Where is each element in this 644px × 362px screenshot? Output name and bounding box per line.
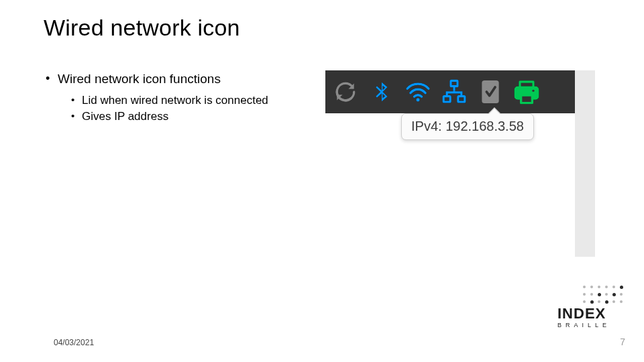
bullet-level1: Wired network icon functions	[46, 70, 268, 88]
logo-braille-dots	[582, 284, 624, 304]
svg-point-0	[416, 98, 419, 101]
checkmark-icon[interactable]	[477, 78, 504, 105]
logo-subtext: BRAILLE	[557, 322, 624, 328]
content-bullets: Wired network icon functions Lid when wi…	[46, 70, 268, 125]
bluetooth-icon[interactable]	[368, 78, 395, 105]
ethernet-icon[interactable]	[441, 78, 468, 105]
system-tray	[325, 70, 575, 113]
svg-rect-2	[443, 97, 450, 102]
bullet-text: Lid when wired network is connected	[82, 94, 268, 107]
brand-logo: INDEX BRAILLE	[557, 284, 624, 328]
svg-rect-6	[521, 95, 533, 103]
ip-tooltip: IPv4: 192.168.3.58	[401, 113, 534, 140]
printer-icon[interactable]	[513, 78, 540, 105]
svg-rect-4	[482, 80, 499, 103]
bullet-text: Gives IP address	[82, 110, 168, 123]
tooltip-text: IPv4: 192.168.3.58	[411, 119, 524, 133]
logo-wordmark: INDEX	[557, 307, 624, 320]
footer-date: 04/03/2021	[54, 338, 94, 347]
bullet-level2: Lid when wired network is connected	[71, 93, 268, 109]
svg-rect-3	[458, 97, 465, 102]
bullet-level2: Gives IP address	[71, 109, 268, 125]
figure-tray-tooltip: IPv4: 192.168.3.58	[325, 70, 595, 144]
scrollbar-track	[575, 70, 595, 257]
svg-point-7	[532, 90, 534, 92]
bullet-text: Wired network icon functions	[58, 72, 221, 86]
page-title: Wired network icon	[44, 15, 240, 41]
refresh-icon[interactable]	[332, 78, 359, 105]
footer-page-number: 7	[620, 337, 625, 347]
svg-rect-1	[451, 80, 458, 86]
wifi-icon[interactable]	[405, 78, 431, 105]
